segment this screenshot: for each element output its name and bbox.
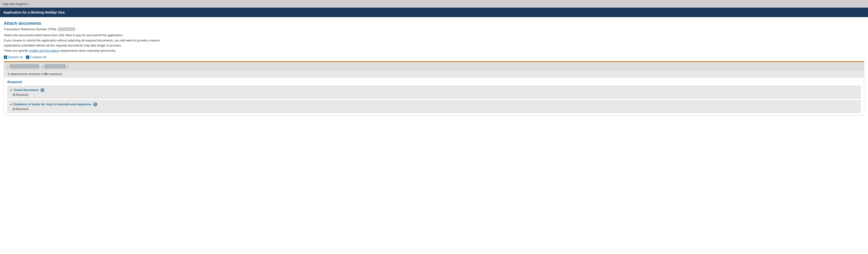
help-support-link[interactable]: Help and Support▾	[2, 2, 29, 6]
instruction-line-1: Attach the documents listed below then c…	[4, 33, 864, 38]
attachments-text: 0 attachments received of	[8, 72, 44, 76]
help-dropdown-arrow: ▾	[27, 3, 29, 5]
help-support-label: Help and Support	[2, 2, 26, 6]
travel-document-received-text: Received	[16, 93, 28, 96]
expand-all-button[interactable]: + Expand all	[4, 55, 23, 59]
doc-item-travel-document-header: + Travel Document ?	[8, 86, 860, 92]
attachments-max: 60	[44, 72, 48, 76]
section-collapse-button[interactable]: -	[7, 64, 8, 68]
evidence-funds-help-icon[interactable]: ?	[93, 102, 97, 106]
evidence-funds-received-count: 0	[13, 107, 14, 111]
instruction-prefix: There are specific	[4, 49, 29, 53]
instruction-line-3: Applications submitted without all the r…	[4, 43, 864, 48]
travel-document-help-icon[interactable]: ?	[40, 88, 44, 92]
section-paren-close: )	[67, 65, 68, 68]
evidence-funds-received: 0 Received	[8, 107, 860, 113]
top-bar: Help and Support▾	[0, 0, 868, 8]
doc-item-evidence-funds: + Evidence of funds for stay in Australi…	[7, 100, 861, 113]
trn-value	[58, 27, 75, 31]
page-title: Attach documents	[4, 21, 864, 26]
section-paren-blurred	[44, 64, 66, 69]
main-content: Attach documents Transaction Reference N…	[0, 17, 868, 120]
attachments-count: 0 attachments received of 60 maximum.	[4, 71, 864, 78]
section-container: - ( ) 0 attachments received of 60 maxim…	[4, 62, 864, 116]
attachments-suffix: maximum.	[48, 72, 63, 76]
required-label: Required	[7, 80, 861, 84]
expand-all-icon: +	[4, 56, 7, 59]
evidence-funds-expand-button[interactable]: +	[10, 102, 12, 106]
travel-document-link[interactable]: Travel Document	[13, 88, 39, 92]
trn-line: Transaction Reference Number (TRN):	[4, 27, 864, 31]
section-paren-open: (	[42, 65, 43, 68]
expand-collapse-bar: + Expand all − Collapse all	[4, 55, 864, 59]
travel-document-received: 0 Received	[8, 92, 860, 98]
doc-item-travel-document: + Travel Document ? 0 Received	[7, 86, 861, 99]
instruction-line-4: There are specific quality and formattin…	[4, 49, 864, 53]
travel-document-expand-button[interactable]: +	[10, 88, 12, 92]
quality-formatting-link[interactable]: quality and formatting	[29, 49, 59, 53]
evidence-funds-link[interactable]: Evidence of funds for stay in Australia …	[13, 102, 91, 106]
section-header: - ( )	[4, 62, 864, 71]
collapse-all-label: Collapse all	[30, 55, 46, 59]
collapse-all-icon: −	[26, 56, 29, 59]
trn-label: Transaction Reference Number (TRN):	[4, 27, 57, 31]
evidence-funds-received-text: Received	[16, 107, 28, 111]
expand-all-label: Expand all	[8, 55, 23, 59]
collapse-all-button[interactable]: − Collapse all	[26, 55, 46, 59]
instruction-suffix: requirements when scanning documents.	[59, 49, 116, 53]
doc-item-evidence-funds-header: + Evidence of funds for stay in Australi…	[8, 100, 860, 107]
app-header-title: Application for a Working Holiday Visa	[3, 10, 65, 14]
instruction-line-2: If you choose to submit the application …	[4, 38, 864, 43]
app-header: Application for a Working Holiday Visa	[0, 8, 868, 17]
required-section: Required + Travel Document ? 0 Received …	[4, 78, 864, 115]
travel-document-received-count: 0	[13, 93, 14, 96]
section-name-blurred	[9, 64, 39, 69]
